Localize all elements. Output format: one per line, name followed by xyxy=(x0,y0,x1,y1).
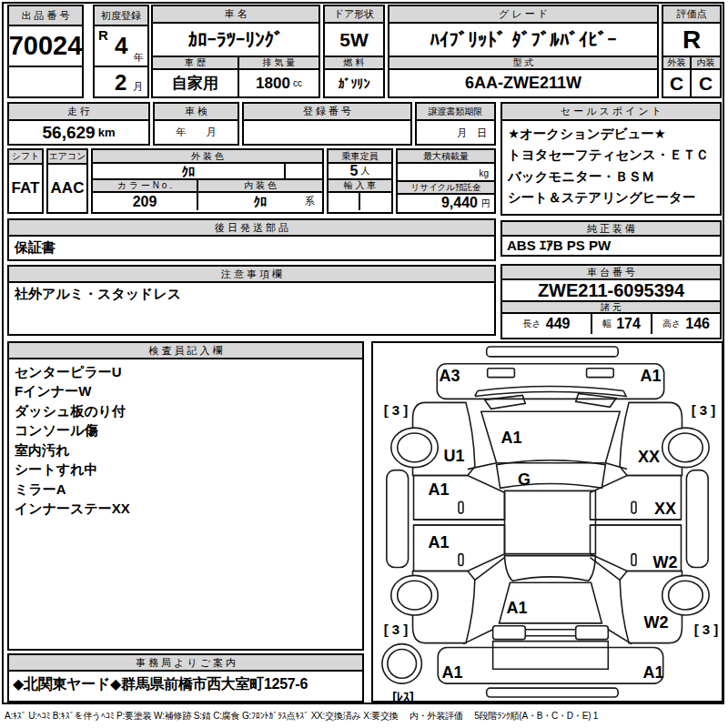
recycle-unit: 円 xyxy=(481,197,490,210)
registration-number-box: 登 録 番 号 xyxy=(242,102,412,146)
length-cell: 長さ 449 xyxy=(502,314,592,334)
era-code: R xyxy=(98,27,108,43)
damage-mark: [ﾚｽ] xyxy=(392,691,413,703)
aircon-box: エアコン AAC xyxy=(46,148,88,214)
displacement-label: 排 気 量 xyxy=(239,57,318,68)
damage-mark: [ 3 ] xyxy=(384,403,409,417)
registration-number-label: 登 録 番 号 xyxy=(244,104,410,121)
month-unit: 月 xyxy=(133,80,143,94)
year-unit: 年 xyxy=(134,51,144,65)
fuel-label: 燃 料 xyxy=(325,57,383,70)
exterior-grade-value: C xyxy=(663,70,692,96)
model-code-label: 型 式 xyxy=(389,57,657,70)
grade-box: グ レ ー ド ﾊｲﾌﾞﾘｯﾄﾞ ﾀﾞﾌﾞﾙﾊﾞｲﾋﾞｰ 型 式 6AA-ZWE… xyxy=(388,5,659,98)
mileage-box: 走 行 56,629 km xyxy=(7,102,150,146)
later-shipped-parts-label: 後 日 発 送 部 品 xyxy=(9,220,494,237)
factory-equipment-value: ABS ｴｱB PS PW xyxy=(502,237,720,254)
inspector-note-line: FインナーW xyxy=(15,381,357,400)
exterior-grade-label: 外装 xyxy=(663,57,692,68)
capacity-box: 乗車定員 5 人 輸 入 車 xyxy=(327,148,393,214)
score-box: 評価点 R 外装 内装 C C xyxy=(662,5,722,98)
damage-mark: W2 xyxy=(644,614,669,631)
caution-label: 注 意 事 項 欄 xyxy=(9,267,494,283)
score-value: R xyxy=(663,24,720,57)
height-label: 高さ xyxy=(662,318,681,330)
damage-mark: A1 xyxy=(428,534,449,551)
import-car-value xyxy=(329,193,360,210)
caution-value: 社外アルミ・スタッドレス xyxy=(9,283,494,306)
score-label: 評価点 xyxy=(663,6,720,24)
damage-mark: A1 xyxy=(441,664,462,681)
import-car-extra xyxy=(360,193,392,210)
width-cell: 幅 174 xyxy=(592,314,652,334)
exterior-color-label: 外 装 色 xyxy=(93,150,322,164)
damage-marks-layer: A3A1[ 3 ][ 3 ]U1XXA1GA1XXA1W2A1W2[ 3 ][ … xyxy=(373,343,722,701)
history-label: 車 歴 xyxy=(153,57,239,68)
damage-mark: A1 xyxy=(428,481,449,498)
interior-grade-label: 内装 xyxy=(692,57,720,68)
year-value: 4 xyxy=(115,32,127,60)
grade-label: グ レ ー ド xyxy=(389,6,657,24)
damage-mark: [ 3 ] xyxy=(694,622,719,636)
car-name-box: 車 名 ｶﾛｰﾗﾂｰﾘﾝｸﾞ 車 歴 排 気 量 自家用 1800 cc xyxy=(151,5,320,98)
interior-color-value: ｸﾛ xyxy=(254,194,268,209)
sales-points-list: ★オークションデビュー★ トヨタセーフティセンス・ＥＴＣ バックモニター・ＢＳＭ… xyxy=(502,121,720,212)
height-value: 146 xyxy=(685,316,710,332)
import-car-label: 輸 入 車 xyxy=(329,180,391,193)
inspection-expiry-box: 車 検 年 月 xyxy=(153,102,239,146)
exterior-color-extra xyxy=(286,164,322,178)
sales-point-line: バックモニター・ＢＳＭ xyxy=(508,167,714,187)
later-shipped-parts-value: 保証書 xyxy=(9,237,494,259)
damage-mark: A3 xyxy=(439,368,460,384)
inspector-note-line: シートすれ中 xyxy=(15,460,357,479)
displacement-value: 1800 xyxy=(256,75,290,93)
transfer-deadline-box: 譲渡書類期限 月 日 xyxy=(415,102,496,146)
mileage-label: 走 行 xyxy=(9,104,148,121)
recycle-label: リサイクル預託金 xyxy=(398,182,494,195)
later-shipped-parts-box: 後 日 発 送 部 品 保証書 xyxy=(7,218,496,261)
door-shape-value: 5W xyxy=(325,24,383,57)
first-registration-month: 2 月 xyxy=(95,67,147,98)
shift-value: FAT xyxy=(9,165,42,212)
door-shape-label: ドア形状 xyxy=(325,6,383,24)
car-name-value: ｶﾛｰﾗﾂｰﾘﾝｸﾞ xyxy=(153,24,318,57)
inspector-note-line: コンソール傷 xyxy=(15,420,357,440)
color-no-value: 209 xyxy=(93,193,198,210)
office-info-box: 事 務 局 よ り ご 案 内 ◆北関東ヤード◆群馬県前橋市西大室町1257-6 xyxy=(7,653,364,703)
damage-code-legend: A:ｷｽﾞ U:ﾍｺﾐ B:ｷｽﾞを伴うﾍｺﾐ P:要塗装 W:補修跡 S:錆 … xyxy=(5,710,725,723)
capacity-value: 5 xyxy=(350,163,359,179)
interior-grade-value: C xyxy=(692,70,720,96)
inspector-notes-label: 検 査 員 記 入 欄 xyxy=(9,343,362,359)
history-value: 自家用 xyxy=(172,73,218,94)
height-cell: 高さ 146 xyxy=(652,314,720,334)
first-registration-box: 初度登録 R 4 年 2 月 xyxy=(93,5,149,98)
door-shape-box: ドア形状 5W 燃 料 ｶﾞｿﾘﾝ xyxy=(323,5,385,98)
grade-value: ﾊｲﾌﾞﾘｯﾄﾞ ﾀﾞﾌﾞﾙﾊﾞｲﾋﾞｰ xyxy=(389,24,657,57)
width-value: 174 xyxy=(616,316,641,332)
first-registration-year: R 4 年 xyxy=(95,26,147,67)
damage-mark: XX xyxy=(654,500,676,517)
factory-equipment-box: 純 正 装 備 ABS ｴｱB PS PW xyxy=(500,220,722,257)
chassis-number-box: 車 台 番 号 ZWE211-6095394 諸 元 長さ 449 幅 174 … xyxy=(500,264,722,339)
capacity-label: 乗車定員 xyxy=(329,150,391,164)
inspector-note-line: センターピラーU xyxy=(15,362,357,381)
damage-mark: A1 xyxy=(640,368,661,384)
inspector-note-line: インナーステーXX xyxy=(15,499,357,518)
first-registration-label: 初度登録 xyxy=(95,6,147,26)
damage-mark: A1 xyxy=(642,664,663,681)
mileage-value: 56,629 xyxy=(43,123,96,143)
inspector-notes-box: 検 査 員 記 入 欄 センターピラーU FインナーW ダッシュ板のり付 コンソ… xyxy=(7,341,364,651)
interior-color-suffix: 系 xyxy=(305,195,315,208)
car-name-label: 車 名 xyxy=(153,6,318,24)
transfer-deadline-label: 譲渡書類期限 xyxy=(417,104,494,121)
sales-point-line: トヨタセーフティセンス・ＥＴＣ xyxy=(508,145,714,166)
month-value: 2 xyxy=(115,70,126,96)
inspector-notes-list: センターピラーU FインナーW ダッシュ板のり付 コンソール傷 室内汚れ シート… xyxy=(9,359,362,521)
damage-mark: W2 xyxy=(653,554,678,571)
inspector-note-line: ダッシュ板のり付 xyxy=(15,401,357,420)
fuel-value: ｶﾞｿﾘﾝ xyxy=(325,70,383,96)
length-label: 長さ xyxy=(523,318,541,330)
damage-mark: A1 xyxy=(506,600,527,616)
damage-mark: XX xyxy=(638,449,660,465)
dimensions-label: 諸 元 xyxy=(502,302,720,314)
